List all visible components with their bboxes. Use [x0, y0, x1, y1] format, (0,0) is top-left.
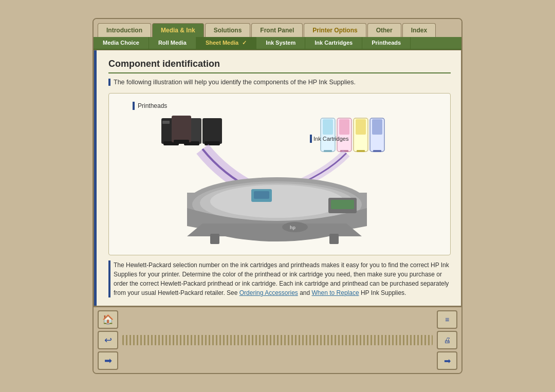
forward-arrow-button[interactable]: ➡ — [98, 351, 118, 370]
cartridge-2-label — [339, 119, 349, 135]
main-illustration-svg: Ink Cartridges — [117, 113, 442, 247]
printheads-bar-indicator — [133, 102, 135, 110]
cartridge-text-label: Ink Cartridges — [313, 136, 349, 142]
diagram-area: Printheads — [108, 93, 451, 255]
left-accent-bar — [94, 50, 97, 306]
printhead-3-nozzle — [205, 141, 220, 145]
content-area: Component identification The following i… — [94, 50, 461, 306]
cartridge-3-nozzle — [357, 150, 365, 152]
printheads-label-row: Printheads — [117, 102, 442, 110]
next-button[interactable]: ➡ — [437, 351, 457, 370]
intro-text: The following illustration will help you… — [114, 79, 451, 86]
stand-left — [210, 234, 219, 244]
cartridge-1-nozzle — [324, 150, 332, 152]
printhead-4 — [172, 116, 191, 142]
printheads-label: Printheads — [138, 102, 167, 109]
body-text-bar — [108, 260, 110, 297]
tab-other[interactable]: Other — [367, 23, 401, 37]
decorative-bar — [122, 335, 433, 345]
top-navigation: Introduction Media & Ink Solutions Front… — [94, 19, 461, 37]
printhead-4-nozzle — [174, 140, 189, 144]
body-text-section: The Hewlett-Packard selection number on … — [108, 260, 451, 297]
right-nav-buttons: ≡ 🖨 ➡ — [437, 310, 457, 370]
cartridge-4-label — [372, 119, 382, 135]
ordering-accessories-link[interactable]: Ordering Accessories — [239, 289, 298, 296]
table-of-contents-button[interactable]: ≡ — [437, 310, 457, 329]
print-button[interactable]: 🖨 — [437, 331, 457, 349]
checkmark-icon: ✓ — [242, 40, 247, 46]
tab-solutions[interactable]: Solutions — [205, 23, 251, 37]
back-button[interactable]: ↩ — [98, 331, 118, 349]
hp-logo-text: hp — [290, 225, 295, 230]
cartridge-label-bar — [310, 135, 312, 143]
intro-bar — [108, 79, 110, 86]
home-button[interactable]: 🏠 — [98, 310, 118, 329]
cartridge-4-nozzle — [373, 150, 381, 152]
stand-right — [329, 234, 339, 244]
printhead-1-label — [162, 121, 170, 124]
cartridge-1-label — [323, 119, 333, 135]
bottom-navigation: 🏠 ↩ ➡ ≡ 🖨 ➡ — [94, 306, 461, 373]
sub-navigation: Media Choice Roll Media Sheet Media ✓ In… — [94, 37, 461, 50]
body-text: The Hewlett-Packard selection number on … — [114, 260, 451, 297]
subtab-roll-media[interactable]: Roll Media — [149, 37, 196, 49]
main-container: Introduction Media & Ink Solutions Front… — [92, 18, 462, 374]
printer-roll-inner2 — [210, 185, 344, 218]
subtab-ink-system[interactable]: Ink System — [256, 37, 305, 49]
tab-front-panel[interactable]: Front Panel — [251, 23, 303, 37]
subtab-media-choice[interactable]: Media Choice — [94, 37, 149, 49]
subtab-ink-cartridges[interactable]: Ink Cartridges — [305, 37, 362, 49]
ink-port-inner — [254, 191, 269, 199]
subtab-printheads[interactable]: Printheads — [362, 37, 411, 49]
when-to-replace-link[interactable]: When to Replace — [312, 289, 359, 296]
tab-printer-options[interactable]: Printer Options — [304, 23, 366, 37]
display-screen — [331, 200, 354, 209]
illustration-area: Ink Cartridges — [117, 113, 442, 247]
intro-section: The following illustration will help you… — [108, 79, 451, 86]
page-title: Component identification — [108, 59, 451, 73]
tab-media-ink[interactable]: Media & Ink — [152, 23, 204, 37]
cartridge-3-label — [356, 119, 366, 135]
tab-introduction[interactable]: Introduction — [98, 23, 151, 37]
tab-index[interactable]: Index — [402, 23, 436, 37]
printhead-3 — [202, 118, 222, 144]
left-nav-buttons: 🏠 ↩ ➡ — [98, 310, 118, 370]
subtab-sheet-media[interactable]: Sheet Media ✓ — [196, 37, 256, 49]
